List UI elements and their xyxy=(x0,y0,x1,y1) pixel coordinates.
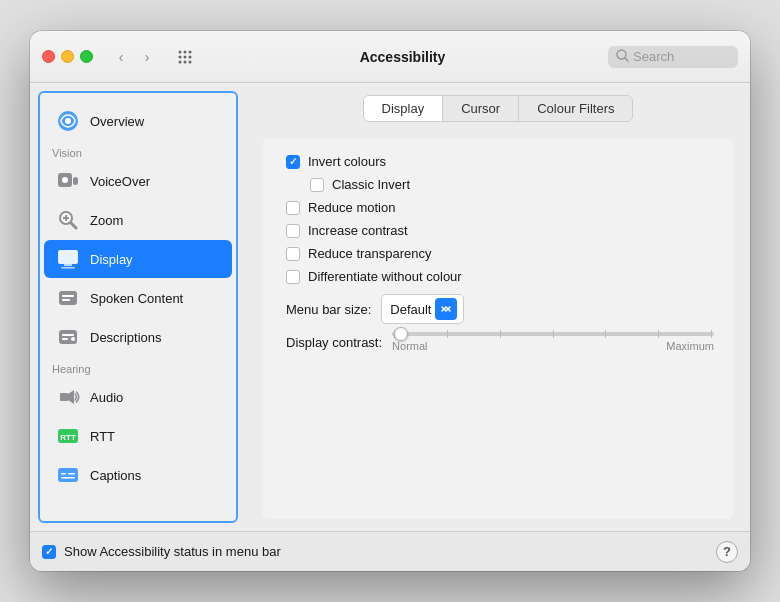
increase-contrast-label: Increase contrast xyxy=(308,223,408,238)
slider-thumb[interactable] xyxy=(394,327,408,341)
svg-point-1 xyxy=(184,50,187,53)
svg-line-10 xyxy=(625,58,628,61)
invert-colours-checkbox[interactable] xyxy=(286,155,300,169)
reduce-motion-row: Reduce motion xyxy=(282,200,714,215)
sidebar-item-descriptions[interactable]: Descriptions xyxy=(44,318,232,356)
search-icon xyxy=(616,49,629,65)
sidebar-item-display[interactable]: Display xyxy=(44,240,232,278)
classic-invert-label: Classic Invert xyxy=(332,177,410,192)
classic-invert-row: Classic Invert xyxy=(282,177,714,192)
svg-point-8 xyxy=(189,60,192,63)
svg-rect-28 xyxy=(62,334,74,336)
tick-5 xyxy=(605,330,606,338)
sidebar-spoken-content-label: Spoken Content xyxy=(90,291,183,306)
main-window: ‹ › Accessibility xyxy=(30,31,750,571)
help-button[interactable]: ? xyxy=(716,541,738,563)
tick-3 xyxy=(500,330,501,338)
display-contrast-slider-container: Normal Maximum xyxy=(392,332,714,352)
svg-point-6 xyxy=(179,60,182,63)
slider-min-label: Normal xyxy=(392,340,427,352)
svg-point-7 xyxy=(184,60,187,63)
svg-text:RTT: RTT xyxy=(60,433,76,442)
display-contrast-slider-track[interactable] xyxy=(392,332,714,336)
tick-2 xyxy=(447,330,448,338)
select-arrow-icon xyxy=(435,298,457,320)
zoom-icon xyxy=(54,206,82,234)
tab-bar: Display Cursor Colour Filters xyxy=(363,95,634,122)
tab-colour-filters[interactable]: Colour Filters xyxy=(519,96,632,121)
reduce-motion-label: Reduce motion xyxy=(308,200,395,215)
menu-bar-size-label: Menu bar size: xyxy=(286,302,371,317)
tick-4 xyxy=(553,330,554,338)
nav-buttons: ‹ › xyxy=(109,45,159,69)
classic-invert-checkbox[interactable] xyxy=(310,178,324,192)
sidebar-item-captions[interactable]: Captions xyxy=(44,456,232,494)
display-contrast-label: Display contrast: xyxy=(286,335,382,350)
sidebar-overview-label: Overview xyxy=(90,114,144,129)
svg-point-12 xyxy=(65,118,71,124)
svg-point-2 xyxy=(189,50,192,53)
svg-point-5 xyxy=(189,55,192,58)
svg-point-4 xyxy=(184,55,187,58)
tab-cursor[interactable]: Cursor xyxy=(443,96,519,121)
minimize-button[interactable] xyxy=(61,50,74,63)
svg-rect-21 xyxy=(58,250,78,264)
svg-rect-34 xyxy=(58,468,78,482)
svg-rect-27 xyxy=(59,330,77,344)
sidebar-rtt-label: RTT xyxy=(90,429,115,444)
sidebar-zoom-label: Zoom xyxy=(90,213,123,228)
close-button[interactable] xyxy=(42,50,55,63)
show-accessibility-status-checkbox[interactable] xyxy=(42,545,56,559)
grid-button[interactable] xyxy=(173,45,197,69)
svg-rect-29 xyxy=(62,338,68,340)
search-input[interactable] xyxy=(633,49,730,64)
svg-rect-24 xyxy=(59,291,77,305)
sidebar-item-rtt[interactable]: RTT RTT xyxy=(44,417,232,455)
svg-rect-22 xyxy=(64,264,72,266)
svg-rect-25 xyxy=(62,295,74,297)
sidebar-item-overview[interactable]: Overview xyxy=(44,102,232,140)
descriptions-icon xyxy=(54,323,82,351)
differentiate-colour-checkbox[interactable] xyxy=(286,270,300,284)
sidebar-item-spoken-content[interactable]: Spoken Content xyxy=(44,279,232,317)
menu-bar-size-select[interactable]: Default xyxy=(381,294,464,324)
content-area: Display Cursor Colour Filters Invert col… xyxy=(246,83,750,531)
overview-icon xyxy=(54,107,82,135)
svg-point-30 xyxy=(71,337,75,341)
forward-button[interactable]: › xyxy=(135,45,159,69)
differentiate-colour-label: Differentiate without colour xyxy=(308,269,462,284)
svg-rect-36 xyxy=(68,473,75,475)
sidebar-item-zoom[interactable]: Zoom xyxy=(44,201,232,239)
sidebar-voiceover-label: VoiceOver xyxy=(90,174,150,189)
increase-contrast-checkbox[interactable] xyxy=(286,224,300,238)
svg-line-18 xyxy=(71,223,76,228)
back-button[interactable]: ‹ xyxy=(109,45,133,69)
bottom-bar: Show Accessibility status in menu bar ? xyxy=(30,531,750,571)
voiceover-icon xyxy=(54,167,82,195)
sidebar-descriptions-label: Descriptions xyxy=(90,330,162,345)
tab-display[interactable]: Display xyxy=(364,96,444,121)
spoken-content-icon xyxy=(54,284,82,312)
tick-7 xyxy=(711,330,712,338)
increase-contrast-row: Increase contrast xyxy=(282,223,714,238)
main-content: Overview Vision VoiceOver xyxy=(30,83,750,531)
svg-rect-35 xyxy=(61,473,66,475)
menu-bar-size-value: Default xyxy=(390,302,431,317)
reduce-transparency-checkbox[interactable] xyxy=(286,247,300,261)
sidebar-item-voiceover[interactable]: VoiceOver xyxy=(44,162,232,200)
maximize-button[interactable] xyxy=(80,50,93,63)
svg-rect-23 xyxy=(61,267,75,269)
bottom-checkbox-row: Show Accessibility status in menu bar xyxy=(42,544,716,559)
slider-labels: Normal Maximum xyxy=(392,340,714,352)
sidebar-display-label: Display xyxy=(90,252,133,267)
display-contrast-row: Display contrast: xyxy=(282,332,714,352)
tick-6 xyxy=(658,330,659,338)
window-title: Accessibility xyxy=(205,49,600,65)
search-box[interactable] xyxy=(608,46,738,68)
reduce-motion-checkbox[interactable] xyxy=(286,201,300,215)
svg-rect-15 xyxy=(73,177,78,185)
vision-section-label: Vision xyxy=(40,141,236,161)
hearing-section-label: Hearing xyxy=(40,357,236,377)
invert-colours-row: Invert colours xyxy=(282,154,714,169)
sidebar-item-audio[interactable]: Audio xyxy=(44,378,232,416)
